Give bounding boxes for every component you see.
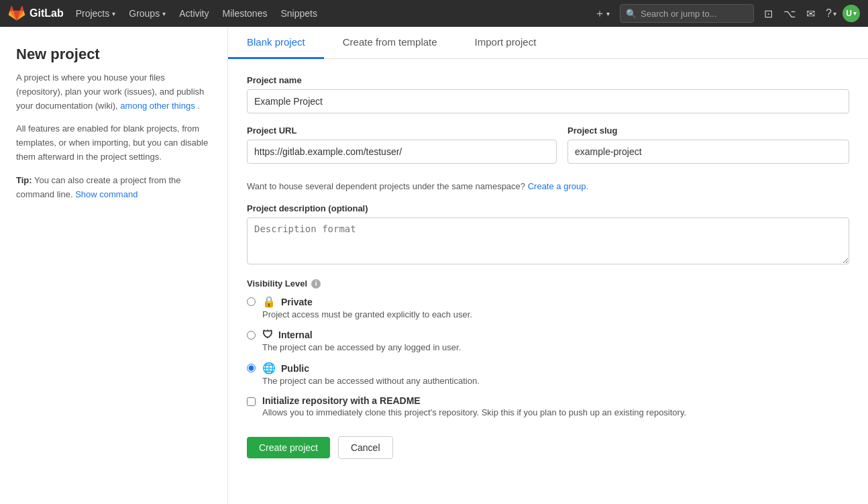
search-icon: 🔍 [626, 9, 637, 19]
help-chevron-icon: ▾ [833, 10, 836, 17]
init-repo-title: Initialize repository with a README [262, 395, 686, 406]
sidebar: New project A project is where you house… [0, 27, 228, 504]
project-url-label: Project URL [247, 125, 557, 136]
private-desc: Project access must be granted explicitl… [262, 309, 472, 319]
visibility-private-radio[interactable] [247, 297, 256, 306]
internal-icon: 🛡 [262, 329, 273, 341]
public-desc: The project can be accessed without any … [262, 376, 480, 386]
code-btn[interactable]: ⌥ [779, 0, 800, 27]
project-slug-label: Project slug [567, 125, 849, 136]
tab-blank-project[interactable]: Blank project [228, 27, 324, 59]
project-name-input[interactable] [247, 89, 849, 113]
init-repo-checkbox[interactable] [247, 397, 256, 406]
nav-item-milestones[interactable]: Milestones [216, 0, 274, 27]
plus-chevron-icon: ▾ [606, 10, 610, 17]
visibility-public-option: 🌐 Public The project can be accessed wit… [247, 362, 849, 386]
show-command-link[interactable]: Show command [75, 189, 138, 199]
project-slug-group: Project slug [567, 125, 849, 164]
sidebar-tip: Tip: You can also create a project from … [16, 174, 211, 202]
sidebar-desc2: All features are enabled for blank proje… [16, 122, 211, 164]
todo-btn[interactable]: ✉ [802, 0, 820, 27]
tab-import-project[interactable]: Import project [456, 27, 555, 59]
nav-item-activity[interactable]: Activity [172, 0, 215, 27]
tab-create-from-template[interactable]: Create from template [324, 27, 456, 59]
namespace-hint: Want to house several dependent projects… [247, 181, 849, 191]
visibility-section: Visibility Level i 🔒 Private Project acc… [247, 279, 849, 386]
search-input[interactable] [641, 9, 748, 19]
sidebar-link-among[interactable]: among other things [120, 101, 195, 111]
help-icon: ? [826, 7, 832, 19]
create-project-button[interactable]: Create project [247, 437, 330, 458]
visibility-internal-option: 🛡 Internal The project can be accessed b… [247, 329, 849, 352]
project-url-group: Project URL [247, 125, 557, 164]
visibility-internal-radio[interactable] [247, 331, 256, 340]
cancel-button[interactable]: Cancel [338, 436, 393, 459]
search-box[interactable]: 🔍 [620, 4, 754, 23]
private-icon: 🔒 [262, 295, 276, 308]
create-group-link[interactable]: Create a group. [528, 181, 588, 191]
brand-label: GitLab [30, 7, 64, 19]
project-desc-group: Project description (optional) [247, 203, 849, 266]
public-icon: 🌐 [262, 362, 276, 374]
brand[interactable]: GitLab [8, 5, 64, 22]
visibility-label: Visibility Level i [247, 279, 849, 289]
navbar: GitLab Projects ▾ Groups ▾ Activity Mile… [0, 0, 868, 27]
nav-right: ＋ ▾ 🔍 ⊡ ⌥ ✉ ? ▾ U ▾ [590, 0, 860, 27]
init-repo-desc: Allows you to immediately clone this pro… [262, 407, 686, 417]
sidebar-desc1: A project is where you house your files … [16, 71, 211, 113]
avatar-chevron-icon: ▾ [853, 10, 857, 17]
visibility-public-radio[interactable] [247, 364, 256, 372]
nav-item-snippets[interactable]: Snippets [274, 0, 323, 27]
url-slug-row: Project URL Project slug [247, 125, 849, 176]
project-name-label: Project name [247, 75, 849, 85]
internal-desc: The project can be accessed by any logge… [262, 342, 461, 352]
project-desc-label: Project description (optional) [247, 203, 849, 213]
projects-chevron-icon: ▾ [112, 10, 115, 17]
content: Blank project Create from template Impor… [228, 27, 868, 504]
project-name-group: Project name [247, 75, 849, 113]
form-section: Project name Project URL Project slug Wa… [228, 59, 868, 475]
project-slug-input[interactable] [567, 140, 849, 164]
page-title: New project [16, 46, 211, 63]
avatar[interactable]: U ▾ [843, 5, 860, 22]
visibility-private-option: 🔒 Private Project access must be granted… [247, 295, 849, 319]
init-repo-option: Initialize repository with a README Allo… [247, 395, 849, 417]
visibility-info-icon[interactable]: i [311, 279, 321, 289]
project-desc-input[interactable] [247, 217, 849, 264]
nav-item-projects[interactable]: Projects ▾ [69, 0, 123, 27]
nav-item-groups[interactable]: Groups ▾ [122, 0, 172, 27]
nav-items: Projects ▾ Groups ▾ Activity Milestones … [69, 0, 590, 27]
main-layout: New project A project is where you house… [0, 27, 868, 504]
help-btn[interactable]: ? ▾ [821, 0, 841, 27]
panel-toggle-btn[interactable]: ⊡ [759, 0, 777, 27]
plus-btn[interactable]: ＋ ▾ [590, 0, 614, 27]
project-url-input[interactable] [247, 140, 557, 164]
groups-chevron-icon: ▾ [162, 10, 166, 17]
plus-icon: ＋ [594, 7, 605, 21]
gitlab-logo-icon [8, 5, 25, 22]
btn-row: Create project Cancel [247, 431, 849, 459]
tabs: Blank project Create from template Impor… [228, 27, 868, 59]
